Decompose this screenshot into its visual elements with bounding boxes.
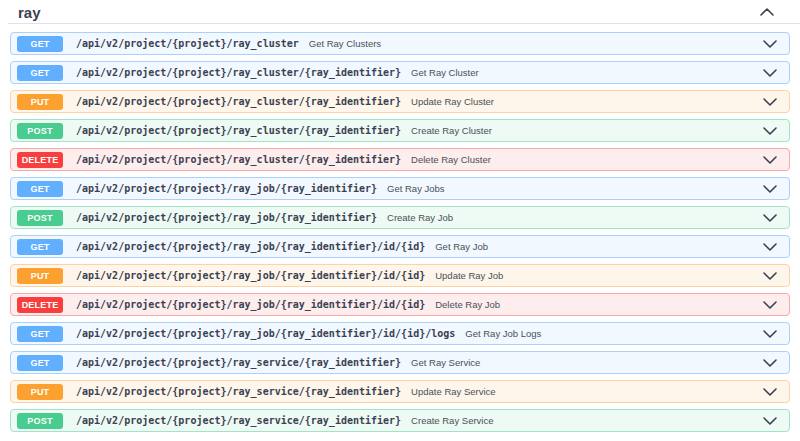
endpoint-row[interactable]: GET /api/v2/project/{project}/ray_servic… — [10, 351, 790, 374]
section-header-ray[interactable]: ray — [0, 0, 800, 23]
chevron-down-icon[interactable] — [763, 388, 777, 396]
method-badge: PUT — [17, 268, 63, 284]
method-badge: PUT — [17, 384, 63, 400]
endpoint-path: /api/v2/project/{project}/ray_cluster/{r… — [76, 125, 401, 136]
endpoint-row[interactable]: DELETE /api/v2/project/{project}/ray_job… — [10, 293, 790, 316]
endpoint-summary: Get Ray Cluster — [411, 67, 755, 78]
endpoint-row[interactable]: GET /api/v2/project/{project}/ray_job/{r… — [10, 235, 790, 258]
endpoint-path: /api/v2/project/{project}/ray_service/{r… — [76, 415, 401, 426]
endpoint-row[interactable]: GET /api/v2/project/{project}/ray_cluste… — [10, 32, 790, 55]
method-badge: GET — [17, 326, 63, 342]
endpoint-list: GET /api/v2/project/{project}/ray_cluste… — [0, 24, 800, 432]
api-tag-section: ray GET /api/v2/project/{project}/ray_cl… — [0, 0, 800, 432]
endpoint-path: /api/v2/project/{project}/ray_cluster/{r… — [76, 96, 401, 107]
endpoint-path: /api/v2/project/{project}/ray_job/{ray_i… — [76, 241, 425, 252]
endpoint-row[interactable]: PUT /api/v2/project/{project}/ray_job/{r… — [10, 264, 790, 287]
endpoint-summary: Create Ray Service — [411, 415, 755, 426]
method-badge: PUT — [17, 94, 63, 110]
endpoint-summary: Get Ray Job Logs — [465, 328, 755, 339]
endpoint-path: /api/v2/project/{project}/ray_job/{ray_i… — [76, 183, 377, 194]
chevron-down-icon[interactable] — [763, 185, 777, 193]
endpoint-summary: Create Ray Cluster — [411, 125, 755, 136]
endpoint-row[interactable]: GET /api/v2/project/{project}/ray_cluste… — [10, 61, 790, 84]
endpoint-summary: Update Ray Job — [435, 270, 755, 281]
endpoint-summary: Update Ray Service — [411, 386, 755, 397]
chevron-down-icon[interactable] — [763, 214, 777, 222]
endpoint-row[interactable]: GET /api/v2/project/{project}/ray_job/{r… — [10, 322, 790, 345]
method-badge: POST — [17, 413, 63, 429]
endpoint-path: /api/v2/project/{project}/ray_cluster/{r… — [76, 154, 401, 165]
endpoint-summary: Get Ray Clusters — [309, 38, 755, 49]
endpoint-row[interactable]: POST /api/v2/project/{project}/ray_servi… — [10, 409, 790, 432]
endpoint-summary: Get Ray Jobs — [387, 183, 755, 194]
method-badge: POST — [17, 123, 63, 139]
method-badge: GET — [17, 36, 63, 52]
endpoint-path: /api/v2/project/{project}/ray_service/{r… — [76, 386, 401, 397]
endpoint-summary: Update Ray Cluster — [411, 96, 755, 107]
chevron-down-icon[interactable] — [763, 127, 777, 135]
endpoint-row[interactable]: PUT /api/v2/project/{project}/ray_cluste… — [10, 90, 790, 113]
endpoint-path: /api/v2/project/{project}/ray_service/{r… — [76, 357, 401, 368]
method-badge: POST — [17, 210, 63, 226]
chevron-down-icon[interactable] — [763, 301, 777, 309]
endpoint-summary: Delete Ray Cluster — [411, 154, 755, 165]
chevron-down-icon[interactable] — [763, 272, 777, 280]
endpoint-path: /api/v2/project/{project}/ray_job/{ray_i… — [76, 299, 425, 310]
chevron-down-icon[interactable] — [763, 98, 777, 106]
endpoint-summary: Get Ray Service — [411, 357, 755, 368]
endpoint-row[interactable]: POST /api/v2/project/{project}/ray_job/{… — [10, 206, 790, 229]
chevron-down-icon[interactable] — [763, 330, 777, 338]
endpoint-row[interactable]: POST /api/v2/project/{project}/ray_clust… — [10, 119, 790, 142]
method-badge: DELETE — [17, 152, 63, 168]
endpoint-path: /api/v2/project/{project}/ray_job/{ray_i… — [76, 212, 377, 223]
endpoint-path: /api/v2/project/{project}/ray_cluster/{r… — [76, 67, 401, 78]
chevron-down-icon[interactable] — [763, 359, 777, 367]
endpoint-row[interactable]: GET /api/v2/project/{project}/ray_job/{r… — [10, 177, 790, 200]
chevron-down-icon[interactable] — [763, 243, 777, 251]
chevron-down-icon[interactable] — [763, 40, 777, 48]
method-badge: GET — [17, 239, 63, 255]
endpoint-summary: Get Ray Job — [435, 241, 755, 252]
endpoint-row[interactable]: PUT /api/v2/project/{project}/ray_servic… — [10, 380, 790, 403]
method-badge: GET — [17, 355, 63, 371]
chevron-down-icon[interactable] — [763, 156, 777, 164]
endpoint-path: /api/v2/project/{project}/ray_job/{ray_i… — [76, 328, 455, 339]
chevron-down-icon[interactable] — [763, 417, 777, 425]
endpoint-summary: Delete Ray Job — [435, 299, 755, 310]
section-title: ray — [18, 4, 41, 21]
chevron-up-icon[interactable] — [760, 8, 774, 16]
endpoint-summary: Create Ray Job — [387, 212, 755, 223]
endpoint-row[interactable]: DELETE /api/v2/project/{project}/ray_clu… — [10, 148, 790, 171]
method-badge: DELETE — [17, 297, 63, 313]
endpoint-path: /api/v2/project/{project}/ray_job/{ray_i… — [76, 270, 425, 281]
method-badge: GET — [17, 181, 63, 197]
method-badge: GET — [17, 65, 63, 81]
chevron-down-icon[interactable] — [763, 69, 777, 77]
endpoint-path: /api/v2/project/{project}/ray_cluster — [76, 38, 299, 49]
